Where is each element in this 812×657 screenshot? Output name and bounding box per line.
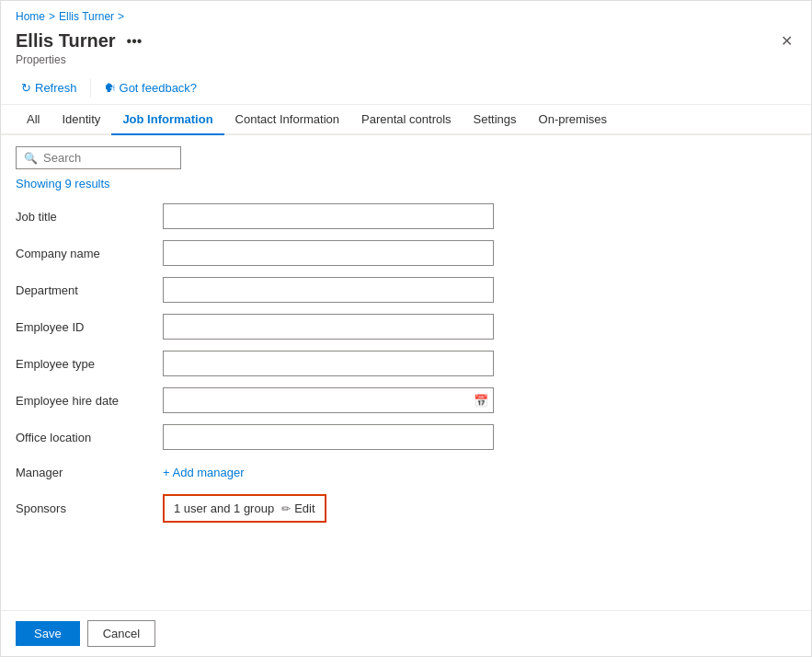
cancel-button[interactable]: Cancel: [87, 620, 155, 647]
close-button[interactable]: ✕: [777, 29, 796, 53]
breadcrumb-sep2: >: [118, 10, 124, 23]
date-input-wrap: 📅: [163, 387, 494, 413]
employee-type-row: Employee type: [16, 345, 796, 382]
manager-control: + Add manager: [163, 466, 494, 479]
department-row: Department: [16, 271, 796, 308]
employee-hire-date-input[interactable]: [163, 387, 494, 413]
job-title-input[interactable]: [163, 203, 494, 229]
breadcrumb-user[interactable]: Ellis Turner: [59, 10, 114, 23]
office-location-input[interactable]: [163, 424, 494, 450]
sponsors-edit-button[interactable]: ✏ Edit: [281, 501, 315, 515]
job-title-label: Job title: [16, 210, 163, 224]
tab-on-premises[interactable]: On-premises: [528, 105, 618, 135]
employee-hire-date-control: 📅: [163, 387, 494, 413]
manager-label: Manager: [16, 466, 163, 479]
department-label: Department: [16, 283, 163, 297]
page-subtitle: Properties: [1, 53, 811, 72]
sponsors-value: 1 user and 1 group: [174, 501, 274, 515]
department-input[interactable]: [163, 277, 494, 303]
sponsors-control: 1 user and 1 group ✏ Edit: [163, 494, 494, 523]
company-name-input[interactable]: [163, 240, 494, 266]
employee-type-input[interactable]: [163, 351, 494, 376]
manager-row: Manager + Add manager: [16, 455, 796, 489]
sponsors-row: Sponsors 1 user and 1 group ✏ Edit: [16, 489, 796, 528]
tab-job-information[interactable]: Job Information: [111, 105, 223, 135]
office-location-label: Office location: [16, 431, 163, 444]
employee-id-control: [163, 314, 494, 340]
employee-hire-date-row: Employee hire date 📅: [16, 382, 796, 419]
company-name-row: Company name: [16, 235, 796, 271]
toolbar: ↻ Refresh 🗣 Got feedback?: [1, 72, 811, 105]
footer: Save Cancel: [1, 610, 811, 656]
tabs-bar: All Identity Job Information Contact Inf…: [1, 105, 811, 135]
employee-type-control: [163, 351, 494, 376]
tab-parental-controls[interactable]: Parental controls: [350, 105, 463, 135]
feedback-button[interactable]: 🗣 Got feedback?: [98, 77, 203, 98]
toolbar-separator: [90, 79, 91, 98]
employee-id-row: Employee ID: [16, 308, 796, 345]
page-title: Ellis Turner: [16, 30, 116, 52]
tab-all[interactable]: All: [16, 105, 51, 135]
refresh-icon: ↻: [21, 81, 31, 95]
job-title-row: Job title: [16, 198, 796, 235]
save-button[interactable]: Save: [16, 621, 80, 646]
employee-hire-date-label: Employee hire date: [16, 394, 163, 408]
employee-id-input[interactable]: [163, 314, 494, 340]
sponsors-box: 1 user and 1 group ✏ Edit: [163, 494, 326, 523]
refresh-button[interactable]: ↻ Refresh: [16, 77, 83, 98]
office-location-row: Office location: [16, 419, 796, 455]
add-manager-button[interactable]: + Add manager: [163, 466, 245, 479]
search-input[interactable]: [43, 151, 172, 165]
job-title-control: [163, 203, 494, 229]
search-icon: 🔍: [24, 152, 38, 165]
refresh-label: Refresh: [35, 81, 77, 95]
form-area: Job title Company name Department Employ…: [1, 198, 811, 610]
breadcrumb-home[interactable]: Home: [16, 10, 45, 23]
breadcrumb-sep1: >: [49, 10, 55, 23]
calendar-icon[interactable]: 📅: [474, 394, 488, 408]
company-name-control: [163, 240, 494, 266]
breadcrumb: Home > Ellis Turner >: [1, 1, 811, 27]
search-bar: 🔍: [1, 135, 811, 173]
sponsors-label: Sponsors: [16, 501, 163, 515]
employee-type-label: Employee type: [16, 357, 163, 371]
feedback-label: Got feedback?: [120, 81, 198, 95]
edit-icon: ✏: [281, 502, 291, 515]
office-location-control: [163, 424, 494, 450]
edit-label: Edit: [294, 501, 315, 515]
employee-id-label: Employee ID: [16, 320, 163, 334]
tab-identity[interactable]: Identity: [51, 105, 111, 135]
results-count: Showing 9 results: [1, 173, 811, 198]
search-input-wrap: 🔍: [16, 146, 181, 169]
tab-settings[interactable]: Settings: [463, 105, 528, 135]
department-control: [163, 277, 494, 303]
feedback-icon: 🗣: [104, 81, 116, 95]
company-name-label: Company name: [16, 247, 163, 260]
tab-contact-information[interactable]: Contact Information: [224, 105, 350, 135]
more-options-button[interactable]: •••: [123, 31, 146, 52]
